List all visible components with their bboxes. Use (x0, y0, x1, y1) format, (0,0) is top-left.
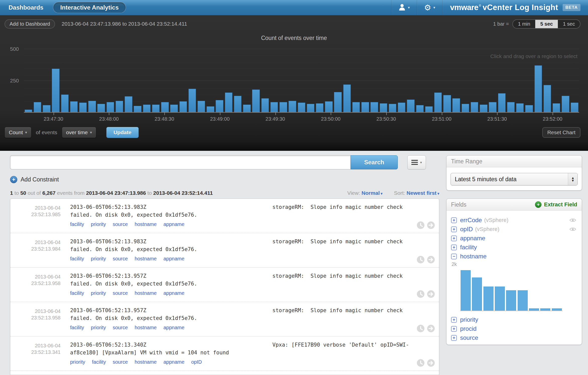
add-constraint-button[interactable]: + Add Constraint (10, 176, 59, 183)
event-link-facility[interactable]: facility (70, 290, 84, 296)
bar-scale-option-5-sec[interactable]: 5 sec (535, 20, 558, 28)
expand-icon[interactable]: + (451, 245, 457, 250)
event-link-appname[interactable]: appname (163, 290, 184, 296)
chart-bar (125, 96, 132, 112)
event-link-source[interactable]: source (113, 359, 128, 365)
dimension-dropdown[interactable]: over time▾ (62, 127, 96, 138)
event-link-priority[interactable]: priority (70, 359, 85, 365)
event-link-source[interactable]: source (113, 325, 128, 330)
set-time-range-icon[interactable] (417, 324, 425, 334)
event-link-hostname[interactable]: hostname (135, 325, 157, 330)
event-timestamp: 2013-06-0423:52:13.958 (13, 273, 61, 287)
chart-bar (443, 95, 451, 112)
histogram-bars[interactable] (460, 268, 563, 311)
set-time-range-icon[interactable] (417, 221, 425, 230)
plus-circle-icon: + (10, 176, 17, 183)
event-link-facility[interactable]: facility (92, 359, 106, 365)
expand-icon[interactable]: + (451, 236, 457, 241)
event-link-facility[interactable]: facility (70, 221, 84, 227)
y-axis-label: 250 (10, 78, 22, 84)
search-options-button[interactable]: ▾ (407, 155, 426, 169)
event-link-appname[interactable]: appname (163, 221, 184, 227)
event-field-links: facilityprioritysourcehostnameappname (70, 290, 191, 296)
field-name-link[interactable]: facility (460, 244, 477, 251)
histogram-bar (483, 287, 494, 311)
collapse-icon[interactable]: − (451, 254, 457, 259)
view-in-context-icon[interactable] (427, 256, 435, 265)
sort-dropdown[interactable]: Newest first ▾ (407, 190, 439, 196)
x-axis-label: 23:52:00 (543, 116, 562, 122)
field-name-link[interactable]: hostname (460, 253, 486, 260)
chart-bar (380, 103, 387, 112)
x-axis-label: 23:48:30 (155, 116, 174, 122)
event-link-appname[interactable]: appname (163, 359, 184, 365)
extract-field-button[interactable]: + Extract Field (535, 201, 577, 208)
chart-bar (143, 105, 151, 112)
field-name-link[interactable]: appname (460, 235, 485, 242)
add-to-dashboard-button[interactable]: Add to Dashboard (5, 19, 55, 29)
event-link-priority[interactable]: priority (91, 256, 106, 261)
field-name-link[interactable]: procid (460, 325, 476, 332)
event-link-priority[interactable]: priority (91, 325, 106, 330)
event-link-opID[interactable]: opID (191, 359, 202, 365)
event-row: 2013-06-0423:52:13.9582013-06-05T06:52:1… (10, 268, 439, 302)
field-suffix: (vSphere) (475, 226, 500, 232)
expand-icon[interactable]: + (451, 317, 457, 323)
event-link-appname[interactable]: appname (163, 325, 184, 330)
search-button[interactable]: Search (351, 155, 398, 169)
event-link-appname[interactable]: appname (163, 256, 184, 261)
view-in-context-icon[interactable] (427, 359, 435, 368)
chart-bar (498, 93, 506, 112)
event-link-priority[interactable]: priority (91, 290, 106, 296)
histogram-bar (540, 308, 550, 311)
set-time-range-icon[interactable] (417, 359, 425, 368)
event-link-source[interactable]: source (113, 256, 128, 261)
view-in-context-icon[interactable] (427, 290, 435, 299)
update-button[interactable]: Update (106, 127, 139, 138)
view-in-context-icon[interactable] (427, 324, 435, 334)
search-input[interactable] (10, 155, 351, 169)
view-dropdown[interactable]: Normal ▾ (362, 190, 382, 196)
set-time-range-icon[interactable] (417, 256, 425, 265)
expand-icon[interactable]: + (451, 335, 457, 341)
chart-bar (434, 92, 442, 112)
event-link-source[interactable]: source (113, 221, 128, 227)
event-link-facility[interactable]: facility (70, 325, 84, 330)
field-name-link[interactable]: priority (460, 316, 478, 323)
event-link-hostname[interactable]: hostname (135, 290, 157, 296)
chart-controls: Count▾ of events over time▾ Update Reset… (5, 126, 580, 139)
event-link-source[interactable]: source (113, 290, 128, 296)
tab-dashboards[interactable]: Dashboards (9, 4, 43, 11)
event-link-priority[interactable]: priority (91, 221, 106, 227)
event-link-hostname[interactable]: hostname (135, 256, 157, 261)
bar-scale-control: 1 bar = 1 min5 sec1 sec (493, 19, 580, 29)
event-row: 2013-06-0423:52:13.3412013-06-05T06:52:1… (10, 337, 439, 371)
event-link-hostname[interactable]: hostname (135, 359, 157, 365)
user-menu-button[interactable]: ▾ (391, 0, 417, 15)
field-name-link[interactable]: errCode (460, 217, 482, 224)
events-over-time-chart[interactable] (24, 43, 579, 113)
expand-icon[interactable]: + (451, 326, 457, 332)
expand-icon[interactable]: + (451, 217, 457, 223)
metric-dropdown[interactable]: Count▾ (5, 127, 31, 138)
view-in-context-icon[interactable] (427, 221, 435, 230)
event-link-hostname[interactable]: hostname (135, 221, 157, 227)
reset-chart-button[interactable]: Reset Chart (542, 127, 580, 138)
eye-icon[interactable] (569, 227, 576, 231)
settings-menu-button[interactable]: ⚙ ▾ (417, 0, 442, 15)
view-sort-controls: View: Normal ▾ Sort: Newest first ▾ (347, 190, 439, 196)
chevron-down-icon: ▾ (420, 160, 422, 164)
expand-icon[interactable]: + (451, 226, 457, 232)
bar-scale-option-1-min[interactable]: 1 min (513, 20, 535, 28)
bar-scale-option-1-sec[interactable]: 1 sec (558, 20, 580, 28)
field-name-link[interactable]: source (460, 334, 478, 341)
x-axis-tick (220, 113, 220, 115)
event-actions (417, 290, 435, 299)
event-link-facility[interactable]: facility (70, 256, 84, 261)
tab-interactive-analytics[interactable]: Interactive Analytics (53, 2, 126, 13)
time-range-select[interactable]: Latest 5 minutes of data ▲▼ (451, 173, 578, 185)
set-time-range-icon[interactable] (417, 290, 425, 299)
field-name-link[interactable]: opID (460, 226, 473, 233)
select-spinner-icon[interactable]: ▲▼ (568, 173, 577, 185)
eye-icon[interactable] (569, 218, 576, 222)
